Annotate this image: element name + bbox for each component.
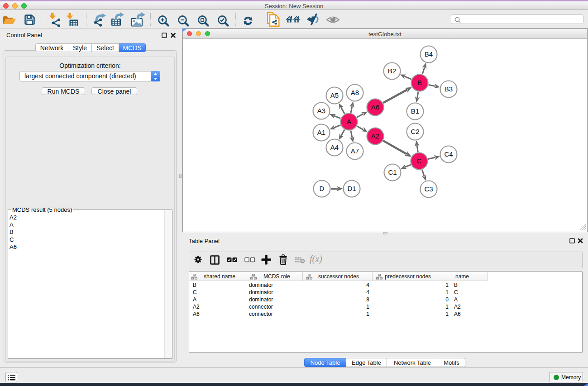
svg-text:D1: D1 — [347, 185, 356, 192]
svg-text:C1: C1 — [388, 168, 397, 176]
svg-text:B4: B4 — [425, 50, 433, 58]
svg-text:D: D — [320, 185, 325, 192]
svg-text:A: A — [347, 118, 351, 125]
svg-text:B3: B3 — [445, 85, 453, 93]
svg-text:B: B — [417, 79, 422, 86]
svg-text:C2: C2 — [411, 128, 419, 135]
svg-text:A1: A1 — [317, 129, 325, 136]
svg-text:C: C — [417, 157, 422, 165]
svg-text:B2: B2 — [388, 67, 396, 75]
svg-text:A2: A2 — [371, 132, 379, 140]
svg-text:A6: A6 — [371, 103, 379, 111]
svg-text:A7: A7 — [351, 147, 359, 155]
svg-text:A8: A8 — [351, 89, 359, 96]
svg-text:B1: B1 — [411, 107, 419, 115]
svg-text:A5: A5 — [330, 91, 339, 99]
svg-text:C4: C4 — [444, 150, 453, 158]
svg-text:C3: C3 — [424, 185, 433, 193]
svg-text:A3: A3 — [317, 107, 325, 114]
svg-text:A4: A4 — [330, 143, 339, 151]
